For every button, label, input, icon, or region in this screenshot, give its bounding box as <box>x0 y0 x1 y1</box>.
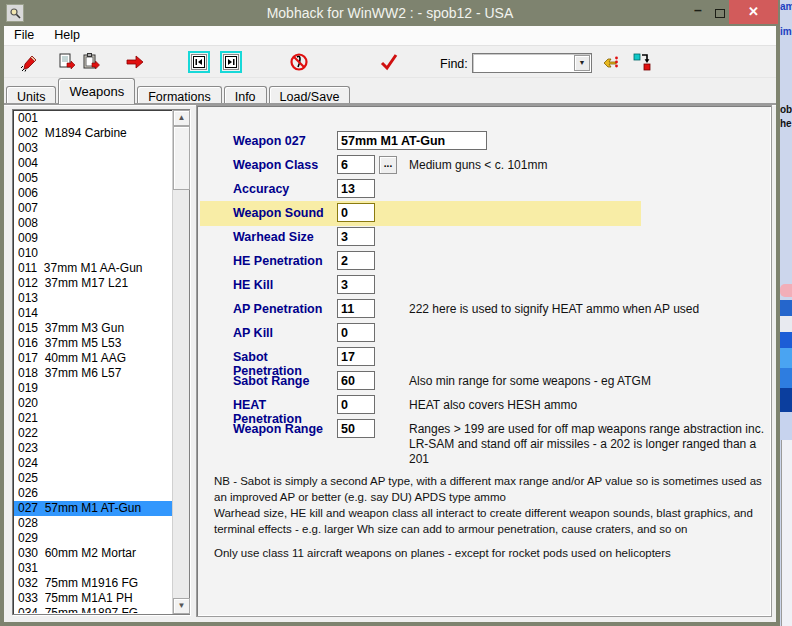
background-window-bar <box>780 332 792 348</box>
list-item[interactable]: 023 <box>14 441 172 456</box>
field-input-accuracy[interactable] <box>337 179 375 198</box>
field-input-weapon-class[interactable] <box>337 155 375 174</box>
form-row: HEAT PenetrationHEAT also covers HESH am… <box>197 394 767 418</box>
form-row: Warhead Size <box>197 226 767 250</box>
scroll-down-icon[interactable]: ▼ <box>173 598 190 614</box>
form-row: Weapon Class...Medium guns < c. 101mm <box>197 154 767 178</box>
find-dropdown-arrow-icon[interactable]: ▼ <box>574 55 590 71</box>
list-item[interactable]: 004 <box>14 156 172 171</box>
browse-button[interactable]: ... <box>379 156 397 174</box>
list-item[interactable]: 031 <box>14 561 172 576</box>
background-text-fragment: ime <box>780 26 792 37</box>
forward-arrow-icon[interactable] <box>125 52 145 72</box>
close-button[interactable]: ✕ <box>729 0 778 24</box>
list-item[interactable]: 018 37mm M6 L57 <box>14 366 172 381</box>
list-item[interactable]: 008 <box>14 216 172 231</box>
list-item[interactable]: 002 M1894 Carbine <box>14 126 172 141</box>
field-input-weapon-027[interactable] <box>337 131 487 150</box>
list-item[interactable]: 012 37mm M17 L21 <box>14 276 172 291</box>
field-label: HE Kill <box>233 278 337 292</box>
list-item[interactable]: 022 <box>14 426 172 441</box>
field-label: AP Penetration <box>233 302 337 316</box>
field-input-sabot-penetration[interactable] <box>337 347 375 366</box>
cancel-icon[interactable] <box>289 52 309 72</box>
menu-bar: FileHelp <box>4 26 776 46</box>
list-item[interactable]: 005 <box>14 171 172 186</box>
field-hint: HEAT also covers HESH ammo <box>409 398 777 413</box>
field-input-weapon-range[interactable] <box>337 419 375 438</box>
list-item[interactable]: 006 <box>14 186 172 201</box>
find-label: Find: <box>440 57 468 71</box>
list-scrollbar[interactable]: ▲ ▼ <box>172 110 189 614</box>
swap-items-icon[interactable] <box>632 52 652 72</box>
window-title: Mobhack for WinWW2 : - spob12 - USA <box>0 0 780 26</box>
form-row: AP Kill <box>197 322 767 346</box>
apply-check-icon[interactable] <box>379 52 399 72</box>
list-item[interactable]: 027 57mm M1 AT-Gun <box>14 501 172 516</box>
background-window-bar <box>780 412 792 440</box>
list-item[interactable]: 014 <box>14 306 172 321</box>
find-combobox[interactable]: ▼ <box>472 53 592 73</box>
scrollbar-thumb[interactable] <box>173 126 190 190</box>
form-row: Sabot Penetration <box>197 346 767 370</box>
list-item[interactable]: 010 <box>14 246 172 261</box>
field-input-ap-kill[interactable] <box>337 323 375 342</box>
paste-icon[interactable] <box>81 52 101 72</box>
list-item[interactable]: 029 <box>14 531 172 546</box>
copy-icon[interactable] <box>57 52 77 72</box>
edit-pencil-icon[interactable] <box>20 52 40 72</box>
list-item[interactable]: 024 <box>14 456 172 471</box>
field-input-heat-penetration[interactable] <box>337 395 375 414</box>
titlebar[interactable]: Mobhack for WinWW2 : - spob12 - USA – ✕ <box>0 0 780 26</box>
form-row: Sabot RangeAlso min range for some weapo… <box>197 370 767 394</box>
background-text-fragment: ob <box>780 104 792 115</box>
goto-hand-icon[interactable] <box>600 52 620 72</box>
list-item[interactable]: 007 <box>14 201 172 216</box>
list-item[interactable]: 025 <box>14 471 172 486</box>
list-item[interactable]: 001 <box>14 111 172 126</box>
list-item[interactable]: 034 75mm M1897 FG <box>14 606 172 613</box>
field-input-sabot-range[interactable] <box>337 371 375 390</box>
find-input[interactable] <box>474 55 574 71</box>
prev-item-button[interactable] <box>188 51 210 73</box>
background-window-bar <box>780 368 792 388</box>
field-input-warhead-size[interactable] <box>337 227 375 246</box>
list-item[interactable]: 013 <box>14 291 172 306</box>
list-item[interactable]: 003 <box>14 141 172 156</box>
field-input-he-kill[interactable] <box>337 275 375 294</box>
list-item[interactable]: 017 40mm M1 AAG <box>14 351 172 366</box>
list-item[interactable]: 021 <box>14 411 172 426</box>
list-item[interactable]: 030 60mm M2 Mortar <box>14 546 172 561</box>
list-item[interactable]: 019 <box>14 381 172 396</box>
weapon-list[interactable]: 001002 M1894 Carbine00300400500600700800… <box>12 109 190 615</box>
list-item[interactable]: 026 <box>14 486 172 501</box>
field-hint: Medium guns < c. 101mm <box>409 158 777 173</box>
list-item[interactable]: 015 37mm M3 Gun <box>14 321 172 336</box>
menu-item-file[interactable]: File <box>4 26 44 44</box>
field-label: Weapon Sound <box>233 206 337 220</box>
list-item[interactable]: 011 37mm M1 AA-Gun <box>14 261 172 276</box>
field-label: AP Kill <box>233 326 337 340</box>
background-window-bar <box>780 388 792 412</box>
field-input-ap-penetration[interactable] <box>337 299 375 318</box>
field-label: HE Penetration <box>233 254 337 268</box>
list-item[interactable]: 016 37mm M5 L53 <box>14 336 172 351</box>
form-row: Weapon Sound <box>197 202 767 226</box>
form-row: Accuracy <box>197 178 767 202</box>
field-label: Weapon Class <box>233 158 337 172</box>
list-item[interactable]: 033 75mm M1A1 PH <box>14 591 172 606</box>
field-input-he-penetration[interactable] <box>337 251 375 270</box>
field-input-weapon-sound[interactable] <box>337 203 375 222</box>
scroll-up-icon[interactable]: ▲ <box>173 110 190 126</box>
next-item-button[interactable] <box>220 51 242 73</box>
list-item[interactable]: 020 <box>14 396 172 411</box>
app-window: Mobhack for WinWW2 : - spob12 - USA – ✕ … <box>0 0 780 626</box>
menu-item-help[interactable]: Help <box>44 26 90 44</box>
list-item[interactable]: 009 <box>14 231 172 246</box>
tab-weapons[interactable]: Weapons <box>58 78 135 104</box>
list-item[interactable]: 032 75mm M1916 FG <box>14 576 172 591</box>
tab-strip: UnitsWeaponsFormationsInfoLoad/Save <box>4 78 776 104</box>
form-row: AP Penetration222 here is used to signif… <box>197 298 767 322</box>
list-item[interactable]: 028 <box>14 516 172 531</box>
note-paragraph: NB - Sabot is simply a second AP type, w… <box>214 474 770 505</box>
